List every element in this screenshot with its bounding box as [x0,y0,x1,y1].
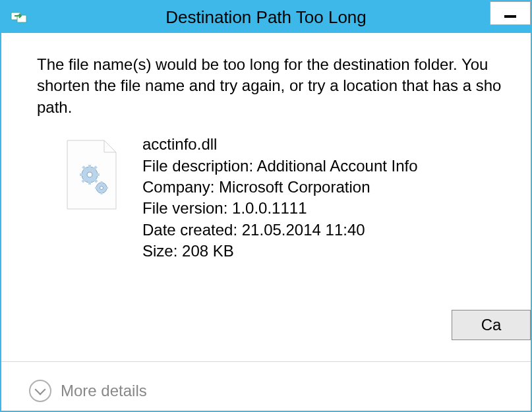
svg-rect-6 [80,173,84,176]
file-description-value: Additional Account Info [256,157,417,175]
file-description-label: File description: [142,157,253,175]
file-date-label: Date created: [142,221,237,239]
dialog-content: The file name(s) would be too long for t… [1,33,531,411]
cancel-button[interactable]: Ca [452,310,531,340]
svg-rect-14 [101,181,103,184]
file-date-row: Date created: 21.05.2014 11:40 [142,220,418,241]
file-name: acctinfo.dll [142,134,418,155]
file-company-row: Company: Microsoft Corporation [142,177,418,198]
more-details-label: More details [61,382,147,400]
file-date-value: 21.05.2014 11:40 [242,221,365,239]
svg-rect-17 [105,187,108,189]
error-message: The file name(s) would be too long for t… [37,54,523,118]
svg-rect-16 [95,187,98,189]
file-company-value: Microsoft Corporation [219,178,370,196]
file-info-section: acctinfo.dll File description: Additiona… [63,134,523,262]
svg-point-3 [87,172,92,177]
more-details-toggle[interactable]: More details [29,380,147,402]
minimize-button[interactable] [490,1,531,25]
svg-rect-7 [96,173,100,176]
file-size-label: Size: [142,242,177,260]
svg-rect-15 [101,192,103,194]
file-version-row: File version: 1.0.0.1111 [142,198,418,219]
minimize-icon [504,15,516,18]
file-version-label: File version: [142,199,227,217]
file-description-row: File description: Additional Account Inf… [142,156,418,177]
dialog-window: Destination Path Too Long The file name(… [0,0,532,412]
file-size-row: Size: 208 KB [142,241,418,262]
svg-point-13 [100,187,103,190]
file-size-value: 208 KB [182,242,234,260]
titlebar[interactable]: Destination Path Too Long [1,1,531,33]
svg-rect-4 [88,165,91,169]
file-icon [63,139,127,214]
file-version-value: 1.0.0.1111 [232,199,307,217]
copy-move-icon [11,10,29,24]
file-company-label: Company: [142,178,214,196]
chevron-down-icon [29,380,51,402]
file-details: acctinfo.dll File description: Additiona… [142,134,418,262]
button-row: Ca [452,310,531,340]
separator [1,361,531,362]
window-title: Destination Path Too Long [165,7,367,28]
svg-rect-5 [88,181,91,185]
